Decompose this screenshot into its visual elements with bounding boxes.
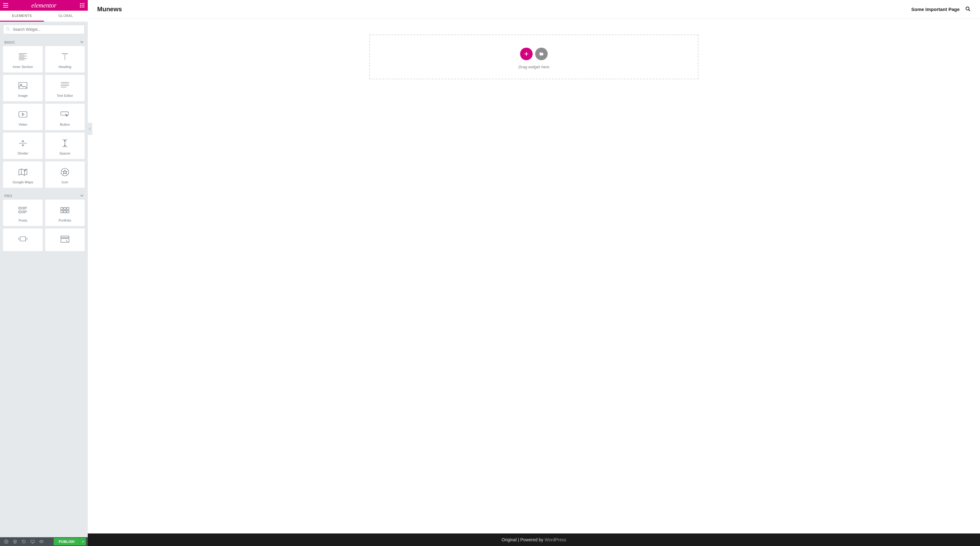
svg-rect-4 bbox=[81, 5, 83, 6]
text-editor-icon bbox=[47, 81, 83, 90]
basic-widgets-grid: Inner Section Heading Image Text Editor … bbox=[0, 46, 88, 191]
svg-rect-26 bbox=[61, 238, 69, 242]
widget-divider[interactable]: Divider bbox=[3, 133, 43, 159]
svg-rect-3 bbox=[80, 5, 81, 6]
section-basic-title: BASIC bbox=[5, 40, 15, 44]
svg-rect-8 bbox=[83, 6, 84, 8]
button-icon bbox=[47, 110, 83, 119]
widget-spacer[interactable]: Spacer bbox=[45, 133, 84, 159]
svg-point-11 bbox=[21, 84, 22, 85]
panel-tabs: ELEMENTS GLOBAL bbox=[0, 11, 88, 22]
tab-global[interactable]: GLOBAL bbox=[44, 11, 88, 22]
widget-form[interactable] bbox=[45, 229, 84, 251]
widget-label: Image bbox=[5, 94, 41, 97]
widget-button[interactable]: Button bbox=[45, 104, 84, 130]
icon-icon bbox=[47, 167, 83, 177]
widget-label: Icon bbox=[47, 180, 83, 184]
site-header: Munews Some Important Page bbox=[88, 0, 457, 19]
svg-rect-25 bbox=[61, 236, 69, 238]
apps-icon[interactable] bbox=[79, 2, 85, 8]
google-maps-icon bbox=[5, 167, 41, 177]
section-pro-title: PRO bbox=[5, 194, 12, 198]
svg-rect-22 bbox=[64, 211, 66, 213]
svg-rect-18 bbox=[61, 208, 63, 210]
widget-label: Text Editor bbox=[47, 94, 83, 97]
heading-icon bbox=[47, 52, 83, 62]
chevron-down-icon bbox=[80, 40, 83, 44]
tab-elements[interactable]: ELEMENTS bbox=[0, 11, 44, 22]
svg-rect-17 bbox=[19, 211, 21, 213]
svg-point-9 bbox=[6, 27, 9, 30]
widget-heading[interactable]: Heading bbox=[45, 46, 84, 72]
svg-rect-21 bbox=[61, 211, 63, 213]
widget-label: Video bbox=[5, 122, 41, 126]
widget-search bbox=[3, 25, 84, 34]
menu-icon[interactable] bbox=[3, 2, 9, 8]
widget-google-maps[interactable]: Google Maps bbox=[3, 162, 43, 188]
image-icon bbox=[5, 81, 41, 90]
form-icon bbox=[47, 234, 83, 244]
posts-icon bbox=[5, 205, 41, 215]
panel-scroll[interactable]: BASIC Inner Section Heading Image Text E… bbox=[0, 22, 88, 253]
svg-rect-6 bbox=[80, 6, 81, 8]
widget-label: Divider bbox=[5, 151, 41, 155]
widget-label: Heading bbox=[47, 65, 83, 69]
svg-point-14 bbox=[24, 170, 26, 171]
svg-rect-5 bbox=[83, 5, 84, 6]
widget-label: Portfolio bbox=[47, 219, 83, 222]
widget-label: Google Maps bbox=[5, 180, 41, 184]
svg-rect-2 bbox=[83, 3, 84, 4]
section-basic-header[interactable]: BASIC bbox=[0, 37, 88, 46]
svg-rect-7 bbox=[81, 6, 83, 8]
chevron-down-icon bbox=[80, 194, 83, 198]
widget-icon[interactable]: Icon bbox=[45, 162, 84, 188]
widget-label: Inner Section bbox=[5, 65, 41, 69]
svg-rect-13 bbox=[61, 112, 68, 115]
svg-rect-0 bbox=[80, 3, 81, 4]
widget-label: Posts bbox=[5, 219, 41, 222]
svg-rect-12 bbox=[19, 111, 27, 117]
spacer-icon bbox=[47, 138, 83, 148]
widget-text-editor[interactable]: Text Editor bbox=[45, 75, 84, 101]
svg-rect-1 bbox=[81, 3, 83, 4]
widget-video[interactable]: Video bbox=[3, 104, 43, 130]
pro-widgets-grid: Posts Portfolio bbox=[0, 200, 88, 253]
search-input[interactable] bbox=[3, 25, 84, 34]
svg-rect-10 bbox=[19, 83, 27, 89]
widget-label: Spacer bbox=[47, 151, 83, 155]
widget-posts[interactable]: Posts bbox=[3, 200, 43, 226]
slides-icon bbox=[5, 234, 41, 244]
widget-inner-section[interactable]: Inner Section bbox=[3, 46, 43, 72]
widget-portfolio[interactable]: Portfolio bbox=[45, 200, 84, 226]
svg-rect-23 bbox=[67, 211, 69, 213]
video-icon bbox=[5, 110, 41, 119]
divider-icon bbox=[5, 138, 41, 148]
svg-rect-19 bbox=[64, 208, 66, 210]
section-pro-header[interactable]: PRO bbox=[0, 191, 88, 200]
svg-rect-20 bbox=[67, 208, 69, 210]
widget-label: Button bbox=[47, 122, 83, 126]
drop-hint-text: Drag widget here bbox=[370, 65, 457, 69]
widget-slides[interactable] bbox=[3, 229, 43, 251]
site-title[interactable]: Munews bbox=[97, 6, 122, 13]
search-icon bbox=[6, 27, 10, 32]
panel-collapse-handle[interactable] bbox=[88, 123, 92, 135]
editor-canvas: Munews Some Important Page Drag widget h… bbox=[88, 0, 457, 253]
svg-rect-24 bbox=[20, 236, 26, 241]
svg-rect-16 bbox=[19, 207, 21, 209]
inner-section-icon bbox=[5, 52, 41, 62]
sidebar-header: elementor bbox=[0, 0, 88, 11]
elementor-logo: elementor bbox=[31, 2, 56, 9]
add-section-area[interactable]: Drag widget here bbox=[369, 35, 457, 79]
widget-image[interactable]: Image bbox=[3, 75, 43, 101]
portfolio-icon bbox=[47, 205, 83, 215]
elementor-sidebar: elementor ELEMENTS GLOBAL BASIC Inner Se… bbox=[0, 0, 88, 253]
